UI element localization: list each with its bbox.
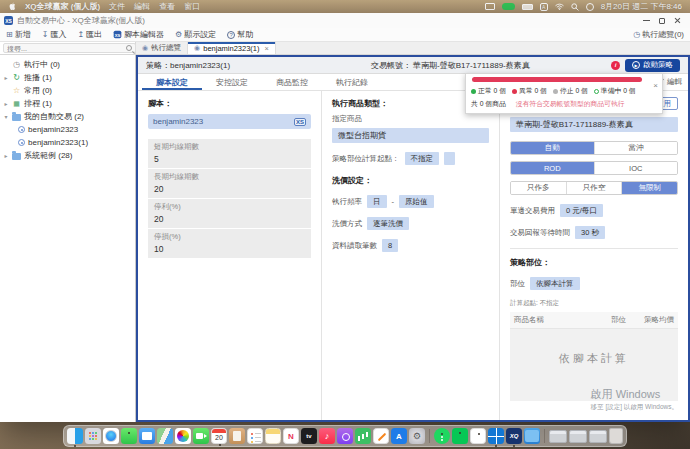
sidebar-item-favorites[interactable]: ☆ 常用 (0) xyxy=(0,84,135,97)
app-store-dock-icon[interactable]: A xyxy=(391,428,407,444)
product-select[interactable]: 微型台指期貨 xyxy=(332,128,489,143)
info-icon[interactable]: i xyxy=(611,61,620,70)
frequency-value-chip[interactable]: 原始值 xyxy=(399,195,434,208)
export-button[interactable]: ↥ 匯出 xyxy=(77,29,102,40)
import-button[interactable]: ↧ 匯入 xyxy=(42,29,67,40)
minimized-window-thumbnail[interactable] xyxy=(569,430,587,443)
spotify-dock-icon[interactable] xyxy=(434,428,450,444)
param-stop-loss[interactable]: 停損(%) 10 xyxy=(148,229,311,259)
close-button[interactable] xyxy=(674,17,681,24)
tab-execution-log[interactable]: 執行紀錄 xyxy=(322,74,382,90)
tab-overview[interactable]: ◉ 執行總覽 xyxy=(136,42,188,54)
spotlight-search-icon[interactable] xyxy=(571,3,579,11)
chevron-right-icon[interactable]: ▸ xyxy=(3,100,9,107)
toggle-no-limit[interactable]: 無限制 xyxy=(622,182,677,194)
menubar-clock[interactable]: 8月20日 週二 下午8:46 xyxy=(601,1,682,12)
position-start-extra[interactable] xyxy=(444,152,455,165)
script-editor-button[interactable]: XS 腳本編輯器 xyxy=(113,29,164,40)
read-count-chip[interactable]: 8 xyxy=(382,239,398,252)
calendar-dock-icon[interactable]: 20 xyxy=(211,428,227,444)
sidebar-item-my-auto-trading[interactable]: ▾ 我的自動交易 (2) xyxy=(0,110,135,123)
numbers-dock-icon[interactable] xyxy=(355,428,371,444)
menu-edit[interactable]: 編輯 xyxy=(134,1,150,12)
facetime-dock-icon[interactable] xyxy=(193,428,209,444)
popup-close-icon[interactable]: × xyxy=(653,82,658,90)
overview-status-button[interactable]: ◷ 執行總覽(0) xyxy=(633,29,684,40)
system-settings-dock-icon[interactable]: ⚙ xyxy=(409,428,425,444)
minimize-button[interactable] xyxy=(643,20,650,21)
chevron-right-icon[interactable]: ▸ xyxy=(3,152,9,159)
menu-window[interactable]: 窗口 xyxy=(184,1,200,12)
chevron-right-icon[interactable]: ▸ xyxy=(3,74,9,81)
wash-method-chip[interactable]: 逐筆洗價 xyxy=(367,217,409,230)
tab-product-monitor[interactable]: 商品監控 xyxy=(262,74,322,90)
param-long-ma[interactable]: 長期均線期數 20 xyxy=(148,169,311,199)
contacts-dock-icon[interactable] xyxy=(229,428,245,444)
minimized-window-thumbnail[interactable] xyxy=(589,430,607,443)
windows-dock-icon[interactable] xyxy=(488,428,504,444)
screen-mirroring-icon[interactable] xyxy=(485,3,495,10)
sidebar-item-push[interactable]: ▸ ↻ 推播 (1) xyxy=(0,71,135,84)
param-short-ma[interactable]: 短期均線期數 5 xyxy=(148,139,311,169)
user-menu-icon[interactable] xyxy=(586,3,594,11)
new-button[interactable]: ⊞ 新增 xyxy=(6,29,31,40)
tab-safety-settings[interactable]: 安控設定 xyxy=(202,74,262,90)
minimized-window-thumbnail[interactable] xyxy=(549,430,567,443)
param-take-profit[interactable]: 停利(%) 20 xyxy=(148,199,311,229)
sidebar-item-benjamin2323[interactable]: benjamin2323 xyxy=(0,123,135,136)
wifi-icon[interactable] xyxy=(555,3,564,10)
script-selector[interactable]: benjamin2323 XS xyxy=(148,114,311,129)
menu-view[interactable]: 查看 xyxy=(159,1,175,12)
appletv-dock-icon[interactable]: tv xyxy=(301,428,317,444)
xs-script-icon[interactable]: XS xyxy=(294,118,306,126)
help-button[interactable]: ? 幫助 xyxy=(227,29,253,40)
search-input[interactable] xyxy=(3,43,136,53)
finder-dock-icon[interactable] xyxy=(67,428,83,444)
parallels-dock-icon[interactable] xyxy=(470,428,486,444)
tab-close-icon[interactable]: × xyxy=(265,44,269,53)
battery-icon[interactable] xyxy=(522,4,533,10)
start-strategy-button[interactable]: ▶ 啟動策略 xyxy=(625,59,680,72)
sidebar-item-benjamin2323-1[interactable]: benjamin2323(1) xyxy=(0,136,135,149)
position-chip[interactable]: 依腳本計算 xyxy=(530,277,580,290)
toggle-auto[interactable]: 自動 xyxy=(511,142,595,154)
reminders-dock-icon[interactable] xyxy=(247,428,263,444)
tab-script-settings[interactable]: 腳本設定 xyxy=(142,74,202,90)
launchpad-dock-icon[interactable] xyxy=(85,428,101,444)
tab-benjamin2323-1[interactable]: ◉ benjamin2323(1) × xyxy=(188,42,276,54)
maps-dock-icon[interactable] xyxy=(157,428,173,444)
menubar-app-name[interactable]: XQ全球贏家 (個人版) xyxy=(25,1,100,12)
toggle-short-only[interactable]: 只作空 xyxy=(567,182,623,194)
toggle-rod[interactable]: ROD xyxy=(511,162,595,174)
trash-dock-icon[interactable] xyxy=(609,428,623,444)
green-status-pill-icon[interactable] xyxy=(502,3,515,10)
xq-dock-icon[interactable]: XQ xyxy=(506,428,522,444)
display-settings-button[interactable]: ⚙ 顯示設定 xyxy=(175,29,216,40)
line-dock-icon[interactable] xyxy=(452,428,468,444)
music-dock-icon[interactable]: ♪ xyxy=(319,428,335,444)
sidebar-item-schedule[interactable]: ▸ ▦ 排程 (1) xyxy=(0,97,135,110)
toggle-long-only[interactable]: 只作多 xyxy=(511,182,567,194)
downloads-folder-dock-icon[interactable] xyxy=(524,428,540,444)
position-start-value[interactable]: 不指定 xyxy=(405,152,440,165)
mail-dock-icon[interactable] xyxy=(139,428,155,444)
news-dock-icon[interactable]: N xyxy=(283,428,299,444)
podcasts-dock-icon[interactable] xyxy=(337,428,353,444)
safari-dock-icon[interactable] xyxy=(103,428,119,444)
frequency-day-chip[interactable]: 日 xyxy=(367,195,387,208)
input-source-icon[interactable]: A xyxy=(540,3,548,11)
sidebar-item-system-examples[interactable]: ▸ 系統範例 (28) xyxy=(0,149,135,162)
menu-file[interactable]: 文件 xyxy=(109,1,125,12)
pages-dock-icon[interactable] xyxy=(373,428,389,444)
chevron-down-icon[interactable]: ▾ xyxy=(3,113,9,120)
apple-menu-icon[interactable] xyxy=(8,2,16,11)
timeout-chip[interactable]: 30 秒 xyxy=(575,226,605,239)
toggle-daytrade[interactable]: 當沖 xyxy=(595,142,678,154)
maximize-button[interactable] xyxy=(659,18,665,24)
messages-dock-icon[interactable] xyxy=(121,428,137,444)
account-select[interactable]: 華南期-聲敬B17-1711889-蔡素真 xyxy=(510,117,678,132)
notes-dock-icon[interactable] xyxy=(265,428,281,444)
photos-dock-icon[interactable] xyxy=(175,428,191,444)
fee-chip[interactable]: 0 元/每口 xyxy=(560,204,603,217)
toggle-ioc[interactable]: IOC xyxy=(595,162,678,174)
